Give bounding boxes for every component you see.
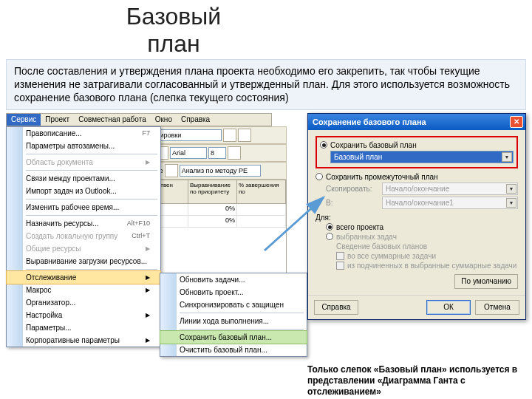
toolbar-button[interactable] xyxy=(238,129,251,142)
mi-enterprise[interactable]: Корпоративные параметры▶ xyxy=(7,334,160,347)
mi-spelling[interactable]: Правописание...F7 xyxy=(7,127,160,140)
mi-autocorrect[interactable]: Параметры автозамены... xyxy=(7,140,160,152)
mi-organizer[interactable]: Организатор... xyxy=(7,296,160,309)
smi-sync[interactable]: Синхронизировать с защищен xyxy=(160,299,307,311)
save-baseline-dialog: Сохранение базового плана ✕ Сохранить ба… xyxy=(307,113,526,320)
toolbar-button[interactable] xyxy=(165,164,178,177)
mi-tracking[interactable]: Отслеживание▶ xyxy=(7,271,160,284)
radio-icon xyxy=(326,233,333,240)
smi-save-baseline[interactable]: Сохранить базовый план... xyxy=(160,331,307,344)
menubar: Сервис Проект Совместная работа Окно Спр… xyxy=(6,113,272,126)
menu-window[interactable]: Окно xyxy=(151,114,177,126)
toolbar-button[interactable] xyxy=(223,129,236,142)
smi-update-tasks[interactable]: Обновить задачи... xyxy=(160,273,307,286)
into-dropdown[interactable]: Начало/окончание1▼ xyxy=(382,197,518,209)
service-menu: Правописание...F7 Параметры автозамены..… xyxy=(6,126,161,347)
mi-project-links[interactable]: Связи между проектами... xyxy=(7,172,160,185)
smi-progress-lines[interactable]: Линии хода выполнения... xyxy=(160,315,307,327)
toolbar-1: Группировки xyxy=(139,126,287,144)
chevron-down-icon: ▼ xyxy=(506,184,516,194)
mi-macro[interactable]: Макрос▶ xyxy=(7,284,160,296)
help-button[interactable]: Справка xyxy=(314,300,358,315)
mi-change-worktime[interactable]: Изменить рабочее время... xyxy=(7,201,160,214)
mi-local-group[interactable]: Создать локальную группуCtrl+T xyxy=(7,230,160,242)
table-row[interactable]: 0% xyxy=(140,204,286,216)
mi-assign-resources[interactable]: Назначить ресурсы...Alt+F10 xyxy=(7,217,160,230)
menu-service[interactable]: Сервис xyxy=(7,114,41,126)
copy-dropdown[interactable]: Начало/окончание▼ xyxy=(382,183,518,195)
ok-button[interactable]: ОК xyxy=(426,300,471,315)
mi-leveling[interactable]: Выравнивание загрузки ресурсов... xyxy=(7,255,160,267)
into-label: В: xyxy=(326,199,379,207)
menu-project[interactable]: Проект xyxy=(41,114,74,126)
description-box: После составления и утверждения плана пр… xyxy=(6,59,526,110)
smi-clear-baseline[interactable]: Очистить базовый план... xyxy=(160,344,307,356)
radio-save-interim[interactable]: Сохранить промежуточный план xyxy=(316,173,518,181)
mi-import-outlook[interactable]: Импорт задач из Outlook... xyxy=(7,185,160,197)
smi-update-project[interactable]: Обновить проект... xyxy=(160,286,307,299)
toolbar-2: Arial 8 xyxy=(139,144,287,162)
cancel-button[interactable]: Отмена xyxy=(475,300,519,315)
checkbox-icon xyxy=(336,252,344,260)
font-combo[interactable]: Arial xyxy=(170,147,207,159)
default-button[interactable]: По умолчанию xyxy=(454,274,518,289)
radio-icon xyxy=(320,141,327,149)
col-header[interactable]: % завершения по xyxy=(237,180,286,203)
toolbar-3: в Office Анализ по методу PE xyxy=(139,162,287,180)
col-header[interactable]: Выравнивание по приоритету xyxy=(188,180,237,203)
size-combo[interactable]: 8 xyxy=(208,147,226,159)
for-label: Для: xyxy=(316,214,518,222)
radio-for-selected[interactable]: выбранных задач xyxy=(326,233,518,241)
menu-collab[interactable]: Совместная работа xyxy=(74,114,151,126)
table-row[interactable]: 0% xyxy=(140,216,286,228)
close-icon[interactable]: ✕ xyxy=(510,116,523,128)
radio-icon xyxy=(326,223,333,231)
checkbox-icon xyxy=(336,262,344,270)
highlight-box: Сохранить базовый план Базовый план▼ xyxy=(316,136,518,168)
dialog-title: Сохранение базового плана xyxy=(313,117,426,126)
baseline-dropdown[interactable]: Базовый план▼ xyxy=(330,151,514,163)
radio-icon xyxy=(316,173,323,180)
dialog-titlebar[interactable]: Сохранение базового плана ✕ xyxy=(308,114,525,130)
slide-title: Базовый план xyxy=(0,0,222,58)
mi-options[interactable]: Параметры... xyxy=(7,321,160,334)
bold-button[interactable] xyxy=(228,146,241,160)
chk-all-summary[interactable]: во все суммарные задачи xyxy=(336,252,518,260)
mi-customize[interactable]: Настройка▶ xyxy=(7,309,160,321)
radio-for-all[interactable]: всего проекта xyxy=(326,223,518,231)
chevron-down-icon: ▼ xyxy=(506,198,516,208)
radio-save-baseline[interactable]: Сохранить базовый план xyxy=(320,141,514,149)
tracking-submenu: Обновить задачи... Обновить проект... Си… xyxy=(160,273,307,357)
chevron-down-icon: ▼ xyxy=(502,152,512,162)
mi-shared-resources[interactable]: Общие ресурсы▶ xyxy=(7,242,160,255)
app-screenshot-area: Сервис Проект Совместная работа Окно Спр… xyxy=(6,113,526,361)
menu-help[interactable]: Справка xyxy=(177,114,214,126)
analysis-combo[interactable]: Анализ по методу PE xyxy=(180,165,261,177)
chk-sub-to-summary[interactable]: из подчиненных в выбранные суммарные зад… xyxy=(336,262,518,270)
footnote: Только слепок «Базовый план» используетс… xyxy=(307,364,529,398)
mi-doc-area[interactable]: Область документа▶ xyxy=(7,156,160,168)
copy-label: Скопировать: xyxy=(326,185,379,193)
summary-label: Сведение базовых планов xyxy=(336,242,518,250)
